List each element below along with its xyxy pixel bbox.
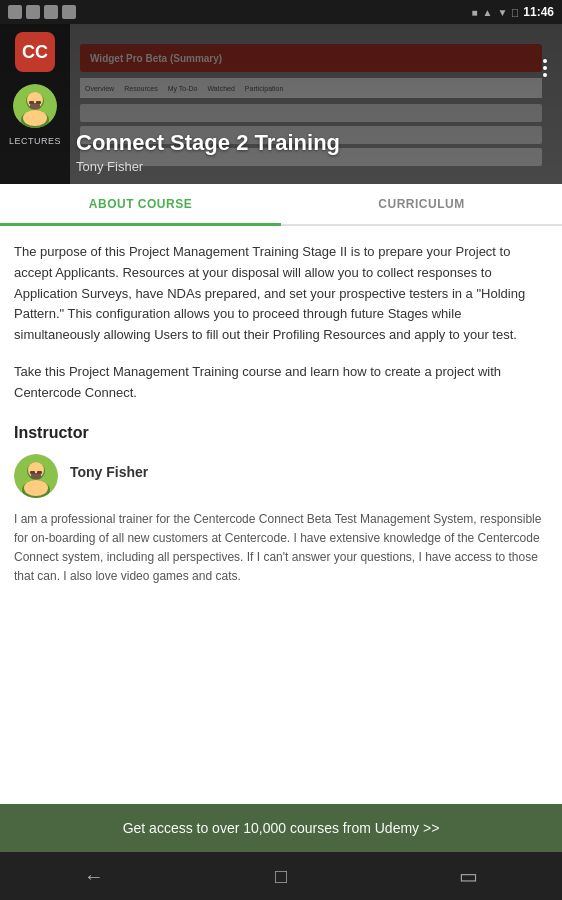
nav-bar: ← □ ▭ (0, 852, 562, 900)
back-icon: ← (84, 865, 104, 888)
status-left-icons (8, 5, 76, 19)
svg-rect-6 (29, 101, 34, 104)
svg-rect-14 (30, 471, 35, 474)
course-title: Connect Stage 2 Training (76, 130, 522, 156)
tab-about-course[interactable]: ABOUT COURSE (0, 184, 281, 224)
notification-icon (8, 5, 22, 19)
left-sidebar: CC LECTURES (0, 24, 70, 184)
app-logo: CC (15, 32, 55, 72)
instructor-heading: Instructor (14, 424, 548, 442)
svg-point-12 (24, 480, 48, 496)
tab-curriculum[interactable]: CURRICULUM (281, 184, 562, 224)
bluetooth-icon: ■ (471, 7, 477, 18)
app-icon-2 (44, 5, 58, 19)
course-secondary: Take this Project Management Training co… (14, 362, 548, 404)
svg-rect-15 (37, 471, 42, 474)
back-button[interactable]: ← (69, 856, 119, 896)
content-area: The purpose of this Project Management T… (0, 226, 562, 804)
svg-rect-7 (36, 101, 41, 104)
instructor-name-label: Tony Fisher (70, 454, 148, 480)
instructor-section: Tony Fisher (14, 454, 548, 498)
app-icon-3 (62, 5, 76, 19)
wifi-icon: ▼ (497, 7, 507, 18)
instructor-bio: I am a professional trainer for the Cent… (14, 510, 548, 587)
bottom-banner[interactable]: Get access to over 10,000 courses from U… (0, 804, 562, 852)
sidebar-avatar (13, 84, 57, 128)
instructor-avatar (14, 454, 58, 498)
bottom-banner-text: Get access to over 10,000 courses from U… (123, 820, 440, 836)
status-right-icons: ■ ▲ ▼ ⎕ 11:46 (471, 5, 554, 19)
app-icon-1 (26, 5, 40, 19)
lectures-label: LECTURES (9, 136, 61, 146)
home-icon: □ (275, 865, 287, 888)
clock: 11:46 (523, 5, 554, 19)
three-dot-menu[interactable] (538, 54, 552, 82)
battery-icon: ⎕ (512, 7, 518, 18)
header-instructor-name: Tony Fisher (76, 159, 522, 174)
svg-point-4 (23, 110, 47, 126)
header-area: Widget Pro Beta (Summary) Overview Resou… (0, 24, 562, 184)
dot-2 (543, 66, 547, 70)
recents-button[interactable]: ▭ (443, 856, 493, 896)
recents-icon: ▭ (459, 864, 478, 888)
tab-bar: ABOUT COURSE CURRICULUM (0, 184, 562, 226)
header-title-area: Connect Stage 2 Training Tony Fisher (76, 130, 522, 174)
status-bar: ■ ▲ ▼ ⎕ 11:46 (0, 0, 562, 24)
dot-1 (543, 59, 547, 63)
dot-3 (543, 73, 547, 77)
course-description: The purpose of this Project Management T… (14, 242, 548, 346)
home-button[interactable]: □ (256, 856, 306, 896)
signal-icon: ▲ (482, 7, 492, 18)
